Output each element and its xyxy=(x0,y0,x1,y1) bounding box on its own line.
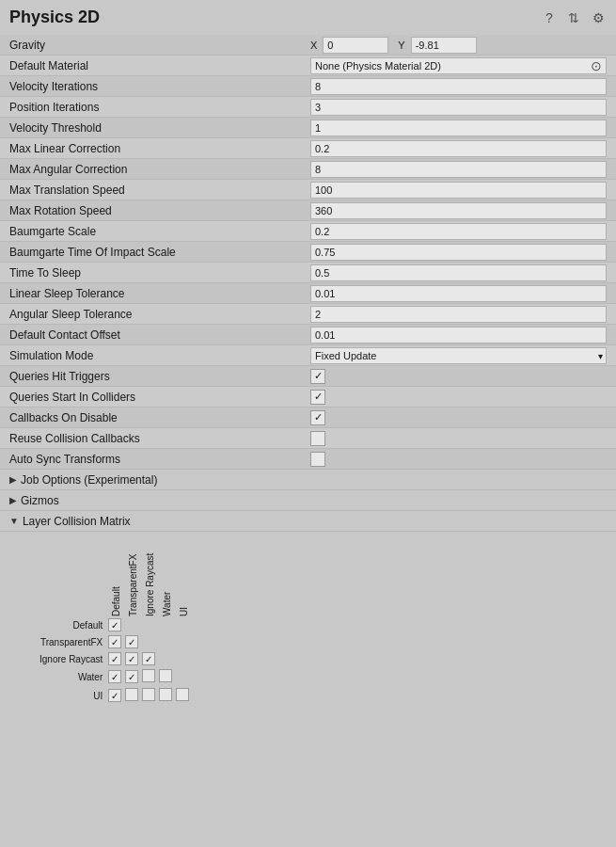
matrix-row: Ignore Raycast xyxy=(38,650,191,667)
presets-icon[interactable]: ⇅ xyxy=(565,9,582,26)
default-contact-value-container xyxy=(310,327,607,344)
matrix-checkbox[interactable] xyxy=(108,652,121,665)
queries-hit-triggers-checkbox[interactable] xyxy=(310,369,325,384)
matrix-checkbox[interactable] xyxy=(142,688,155,701)
max-angular-correction-input[interactable] xyxy=(310,161,607,178)
matrix-cell xyxy=(174,686,191,705)
matrix-table: Default TransparentFX Ignore Raycast Wat… xyxy=(38,541,191,705)
max-rotation-speed-input[interactable] xyxy=(310,202,607,219)
baumgarte-scale-value-container xyxy=(310,223,607,240)
max-linear-correction-row: Max Linear Correction xyxy=(0,138,616,159)
velocity-threshold-row: Velocity Threshold xyxy=(0,118,616,138)
angular-sleep-value-container xyxy=(310,306,607,323)
matrix-cell xyxy=(123,633,140,650)
job-options-foldout[interactable]: ▶ Job Options (Experimental) xyxy=(0,470,616,490)
gravity-row: Gravity X Y xyxy=(0,35,616,56)
reuse-callbacks-label: Reuse Collision Callbacks xyxy=(9,432,310,445)
baumgarte-scale-row: Baumgarte Scale xyxy=(0,221,616,242)
matrix-col-ui: UI xyxy=(174,541,191,616)
help-icon[interactable]: ? xyxy=(541,9,558,26)
matrix-cell xyxy=(174,650,191,667)
matrix-checkbox[interactable] xyxy=(125,635,138,648)
time-to-sleep-label: Time To Sleep xyxy=(9,266,310,280)
max-angular-correction-value-container xyxy=(310,161,607,178)
gizmos-foldout[interactable]: ▶ Gizmos xyxy=(0,490,616,511)
reuse-callbacks-row: Reuse Collision Callbacks xyxy=(0,428,616,449)
baumgarte-scale-input[interactable] xyxy=(310,223,607,240)
reuse-callbacks-checkbox[interactable] xyxy=(310,431,325,446)
default-material-field[interactable]: None (Physics Material 2D) ⊙ xyxy=(310,57,607,74)
angular-sleep-input[interactable] xyxy=(310,306,607,323)
velocity-threshold-label: Velocity Threshold xyxy=(9,121,310,135)
max-rotation-speed-label: Max Rotation Speed xyxy=(9,204,310,217)
matrix-checkbox[interactable] xyxy=(159,688,172,701)
baumgarte-toi-input[interactable] xyxy=(310,244,607,261)
position-iterations-row: Position Iterations xyxy=(0,97,616,118)
matrix-row-label: Water xyxy=(38,667,106,686)
matrix-cell xyxy=(157,667,174,686)
baumgarte-toi-label: Baumgarte Time Of Impact Scale xyxy=(9,246,310,259)
matrix-row-label: Default xyxy=(38,616,106,633)
matrix-cell xyxy=(140,650,157,667)
linear-sleep-input[interactable] xyxy=(310,285,607,302)
gravity-y-input[interactable] xyxy=(411,37,477,54)
matrix-body: DefaultTransparentFXIgnore RaycastWaterU… xyxy=(38,616,191,705)
time-to-sleep-value-container xyxy=(310,264,607,281)
velocity-iterations-input[interactable] xyxy=(310,78,607,95)
simulation-mode-label: Simulation Mode xyxy=(9,349,310,362)
matrix-checkbox[interactable] xyxy=(108,670,121,683)
auto-sync-label: Auto Sync Transforms xyxy=(9,453,310,466)
matrix-checkbox[interactable] xyxy=(176,688,189,701)
matrix-cell xyxy=(123,667,140,686)
matrix-checkbox[interactable] xyxy=(142,652,155,665)
matrix-cell xyxy=(123,686,140,705)
matrix-cell xyxy=(140,633,157,650)
matrix-checkbox[interactable] xyxy=(108,689,121,702)
layer-collision-arrow-icon: ▼ xyxy=(9,516,19,526)
matrix-cell xyxy=(140,686,157,705)
callbacks-disable-checkbox[interactable] xyxy=(310,410,325,425)
auto-sync-value xyxy=(310,452,607,467)
matrix-checkbox[interactable] xyxy=(159,669,172,682)
queries-hit-triggers-label: Queries Hit Triggers xyxy=(9,370,310,383)
matrix-col-water: Water xyxy=(157,541,174,616)
matrix-header-row: Default TransparentFX Ignore Raycast Wat… xyxy=(38,541,191,616)
velocity-iterations-row: Velocity Iterations xyxy=(0,76,616,97)
linear-sleep-label: Linear Sleep Tolerance xyxy=(9,287,310,300)
max-translation-speed-value-container xyxy=(310,182,607,199)
matrix-cell xyxy=(140,667,157,686)
layer-collision-foldout[interactable]: ▼ Layer Collision Matrix xyxy=(0,511,616,532)
gear-icon[interactable]: ⚙ xyxy=(590,9,607,26)
callbacks-disable-value xyxy=(310,410,607,425)
position-iterations-value-container xyxy=(310,99,607,116)
max-linear-correction-input[interactable] xyxy=(310,140,607,157)
matrix-row: UI xyxy=(38,686,191,705)
matrix-checkbox[interactable] xyxy=(142,669,155,682)
matrix-checkbox[interactable] xyxy=(108,618,121,631)
queries-hit-triggers-row: Queries Hit Triggers xyxy=(0,366,616,387)
gravity-x-input[interactable] xyxy=(323,37,388,54)
queries-start-checkbox[interactable] xyxy=(310,390,325,405)
position-iterations-input[interactable] xyxy=(310,99,607,116)
layer-collision-matrix: Default TransparentFX Ignore Raycast Wat… xyxy=(0,532,616,714)
velocity-threshold-value-container xyxy=(310,120,607,136)
matrix-checkbox[interactable] xyxy=(125,670,138,683)
gizmos-arrow-icon: ▶ xyxy=(9,495,17,505)
max-translation-speed-input[interactable] xyxy=(310,182,607,199)
matrix-checkbox[interactable] xyxy=(125,652,138,665)
object-picker-icon[interactable]: ⊙ xyxy=(591,58,602,73)
default-contact-input[interactable] xyxy=(310,327,607,344)
time-to-sleep-input[interactable] xyxy=(310,264,607,281)
velocity-threshold-input[interactable] xyxy=(310,120,607,136)
matrix-checkbox[interactable] xyxy=(125,688,138,701)
physics-2d-panel: Physics 2D ? ⇅ ⚙ Gravity X Y Default Mat… xyxy=(0,0,616,716)
matrix-checkbox[interactable] xyxy=(108,635,121,648)
queries-start-label: Queries Start In Colliders xyxy=(9,391,310,404)
matrix-row-label: TransparentFX xyxy=(38,633,106,650)
matrix-row: Water xyxy=(38,667,191,686)
auto-sync-checkbox[interactable] xyxy=(310,452,325,467)
max-linear-correction-value-container xyxy=(310,140,607,157)
job-options-label: Job Options (Experimental) xyxy=(21,473,157,487)
simulation-mode-value-container: Fixed Update Update Script ▾ xyxy=(310,347,607,364)
simulation-mode-select[interactable]: Fixed Update Update Script xyxy=(310,347,607,364)
